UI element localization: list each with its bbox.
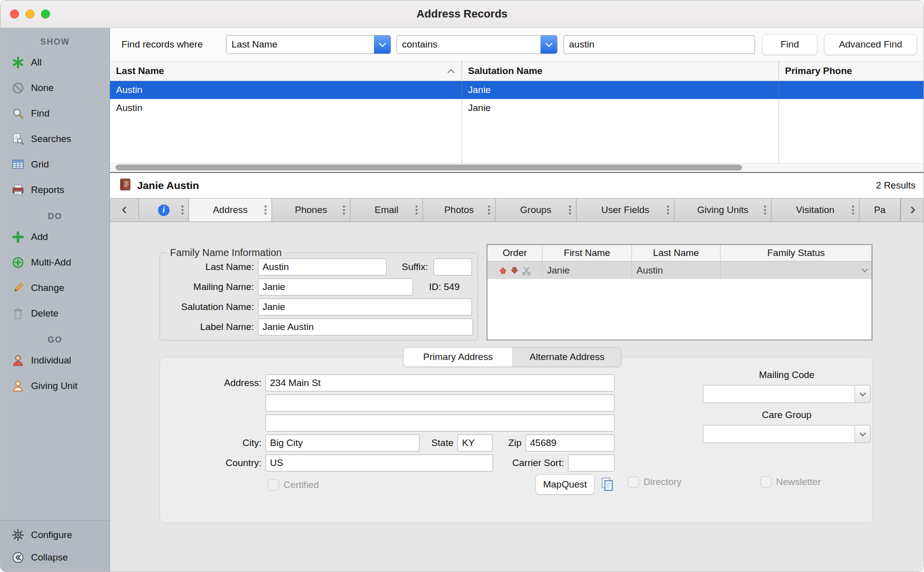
column-header-salutation-name[interactable]: Salutation Name	[462, 62, 779, 80]
sidebar-item-individual[interactable]: Individual	[0, 348, 110, 373]
last-name-input[interactable]	[258, 258, 386, 276]
find-button[interactable]: Find	[762, 34, 818, 55]
tab-menu-dots-icon[interactable]	[416, 209, 418, 211]
address-line1-input[interactable]	[266, 374, 614, 392]
sidebar-item-add[interactable]: Add	[0, 224, 110, 250]
sidebar-item-none[interactable]: None	[0, 75, 110, 100]
tabs-scroll-right-button[interactable]	[900, 198, 924, 222]
sidebar-item-change[interactable]: Change	[0, 275, 110, 300]
column-header-order[interactable]: Order	[488, 245, 542, 261]
column-header-last-name[interactable]: Last Name	[632, 245, 720, 261]
city-input[interactable]	[266, 434, 420, 452]
carrier-sort-input[interactable]	[568, 454, 614, 472]
state-input[interactable]	[458, 434, 492, 452]
advanced-find-button[interactable]: Advanced Find	[824, 34, 917, 55]
mailing-code-dropdown[interactable]	[703, 385, 870, 403]
sidebar-item-searches[interactable]: Searches	[0, 126, 110, 152]
sidebar-item-find[interactable]: Find	[0, 100, 110, 126]
table-row[interactable]: Austin Janie	[110, 81, 924, 99]
search-input[interactable]	[564, 35, 755, 54]
sidebar-item-configure[interactable]: Configure	[0, 524, 110, 546]
cell-last-name: Austin	[110, 81, 462, 99]
copy-address-icon[interactable]	[599, 476, 616, 495]
mailing-name-label: Mailing Name:	[160, 278, 254, 296]
sidebar-item-all[interactable]: All	[0, 50, 110, 75]
magnifier-icon	[11, 107, 24, 120]
address-line2-input[interactable]	[266, 394, 614, 412]
suffix-input[interactable]	[434, 258, 472, 276]
tab-menu-dots-icon[interactable]	[488, 209, 490, 211]
move-up-icon[interactable]	[498, 266, 508, 274]
cell-last-name: Austin	[632, 262, 720, 279]
sidebar: SHOW All None Find Searches Grid	[0, 28, 110, 572]
mapquest-button[interactable]: MapQuest	[536, 474, 594, 494]
column-header-first-name[interactable]: First Name	[542, 245, 632, 261]
tab-giving-units[interactable]: Giving Units	[674, 198, 772, 222]
sidebar-item-giving-unit[interactable]: Giving Unit	[0, 373, 110, 398]
gear-icon	[11, 529, 24, 541]
horizontal-scrollbar[interactable]	[110, 163, 924, 172]
tab-menu-dots-icon[interactable]	[667, 209, 669, 211]
c​ut-scissors-icon[interactable]	[522, 266, 532, 276]
tab-menu-dots-icon[interactable]	[569, 209, 571, 211]
scrollbar-thumb[interactable]	[116, 164, 742, 170]
find-operator-dropdown[interactable]: contains	[396, 35, 558, 54]
sidebar-item-grid[interactable]: Grid	[0, 152, 110, 177]
plus-icon	[11, 230, 24, 244]
tab-menu-dots-icon[interactable]	[852, 209, 854, 211]
sidebar-item-label: Configure	[31, 530, 72, 540]
salutation-name-input[interactable]	[258, 298, 472, 316]
tab-alternate-address[interactable]: Alternate Address	[512, 348, 621, 366]
sidebar-item-delete[interactable]: Delete	[0, 300, 110, 326]
tab-primary-address[interactable]: Primary Address	[404, 348, 512, 366]
certified-checkbox[interactable]	[268, 480, 279, 490]
close-button[interactable]	[10, 10, 19, 18]
tab-pastoral-truncated[interactable]: Pa	[860, 198, 900, 222]
column-header-family-status[interactable]: Family Status	[720, 245, 872, 261]
newsletter-checkbox[interactable]	[760, 476, 772, 488]
minimize-button[interactable]	[26, 10, 34, 18]
tab-phones[interactable]: Phones	[272, 198, 350, 222]
directory-checkbox[interactable]	[628, 476, 639, 488]
tab-info[interactable]	[139, 198, 189, 222]
sidebar-item-reports[interactable]: Reports	[0, 177, 110, 202]
tab-menu-dots-icon[interactable]	[764, 209, 766, 211]
saved-search-icon	[11, 132, 24, 146]
country-input[interactable]	[266, 454, 493, 472]
label-name-input[interactable]	[258, 318, 473, 336]
mailing-name-input[interactable]	[258, 278, 413, 296]
tab-visitation[interactable]: Visitation	[772, 198, 860, 222]
sidebar-item-label: Find	[31, 108, 50, 119]
collapse-circle-icon	[11, 552, 24, 564]
column-header-last-name[interactable]: Last Name	[110, 62, 462, 80]
zip-input[interactable]	[526, 434, 614, 452]
sidebar-item-multi-add[interactable]: Multi-Add	[0, 250, 110, 275]
address-line3-input[interactable]	[266, 414, 614, 432]
tab-user-fields[interactable]: User Fields	[576, 198, 674, 222]
find-field-dropdown[interactable]: Last Name	[226, 35, 391, 54]
record-tab-bar: Address Phones Email Photos Groups	[110, 198, 924, 222]
chevron-down-icon	[374, 36, 390, 54]
sidebar-item-collapse[interactable]: Collapse	[0, 546, 110, 568]
label-name-label: Label Name:	[160, 318, 254, 336]
sidebar-item-label: Giving Unit	[31, 380, 78, 392]
carrier-sort-label: Carrier Sort:	[498, 454, 564, 472]
tab-menu-dots-icon[interactable]	[264, 209, 266, 211]
address-book-icon	[118, 178, 132, 194]
tab-address[interactable]: Address	[189, 198, 272, 222]
family-member-row[interactable]: Janie Austin	[488, 262, 872, 279]
move-down-icon[interactable]	[510, 266, 519, 274]
sidebar-section-go: GO	[0, 332, 110, 348]
table-row[interactable]: Austin Janie	[110, 99, 924, 117]
family-status-dropdown[interactable]	[720, 262, 872, 279]
tab-menu-dots-icon[interactable]	[182, 209, 184, 211]
family-name-information-title: Family Name Information	[166, 246, 285, 258]
tab-menu-dots-icon[interactable]	[343, 209, 345, 211]
tab-email[interactable]: Email	[350, 198, 423, 222]
tabs-scroll-left-button[interactable]	[110, 198, 139, 222]
zoom-button[interactable]	[41, 10, 50, 18]
tab-groups[interactable]: Groups	[496, 198, 576, 222]
column-header-primary-phone[interactable]: Primary Phone	[779, 62, 924, 80]
care-group-dropdown[interactable]	[703, 425, 870, 443]
tab-photos[interactable]: Photos	[423, 198, 496, 222]
